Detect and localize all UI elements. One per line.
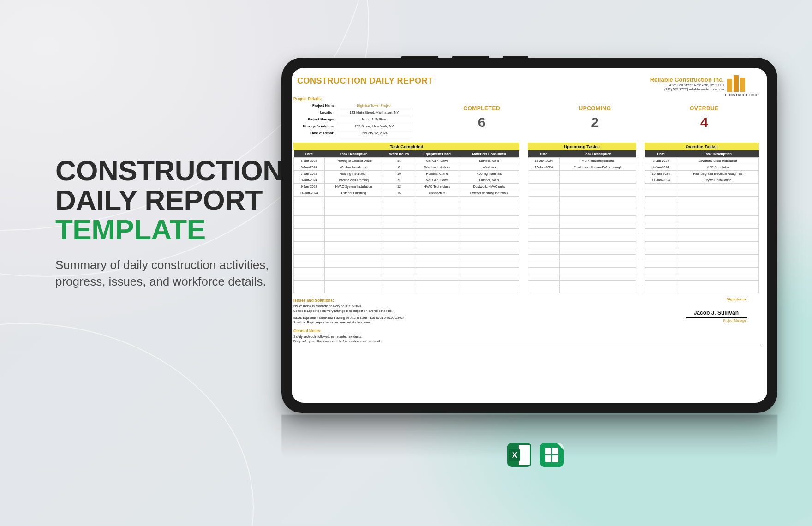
document-screen: CONSTRUCT CORP CONSTRUCTION DAILY REPORT… [292, 68, 767, 403]
signature-name: Jacob J. Sullivan [686, 310, 747, 318]
excel-icon[interactable]: X [508, 443, 531, 467]
svg-rect-1 [734, 75, 739, 92]
project-details-label: Project Details: [292, 96, 761, 102]
stat-upcoming: UPCOMING 2 [579, 105, 611, 137]
hero-title: CONSTRUCTION DAILY REPORT TEMPLATE [55, 156, 295, 245]
issues-section: Issues and Solutions: Issue: Delay in co… [293, 297, 547, 344]
upcoming-tasks-box: Upcoming Tasks: DateTask Description15-J… [528, 143, 636, 293]
format-icons: X [508, 443, 564, 467]
svg-rect-2 [740, 78, 745, 92]
signature-block: Signatures: Jacob J. Sullivan Project Ma… [566, 297, 756, 344]
tablet-frame: CONSTRUCT CORP CONSTRUCTION DAILY REPORT… [281, 58, 777, 413]
upcoming-tasks-table: DateTask Description15-Jan-2024MEP Final… [528, 150, 636, 293]
svg-rect-0 [727, 79, 732, 92]
task-completed-table: DateTask DescriptionWork HoursEquipment … [293, 150, 519, 293]
task-completed-box: Task Completed DateTask DescriptionWork … [293, 143, 519, 293]
document-title: CONSTRUCTION DAILY REPORT [297, 76, 433, 86]
overdue-tasks-box: Overdue Tasks: DateTask Description2-Jan… [645, 143, 759, 293]
project-details-table: Project NameHighrise Tower ProjectLocati… [293, 102, 411, 137]
stat-overdue: OVERDUE 4 [690, 105, 719, 137]
stats-row: COMPLETED 6 UPCOMING 2 OVERDUE 4 [424, 102, 761, 137]
stat-completed: COMPLETED 6 [463, 105, 500, 137]
overdue-tasks-table: DateTask Description2-Jan-2024Structural… [645, 150, 759, 293]
company-logo: CONSTRUCT CORP [725, 74, 760, 96]
hero-text: CONSTRUCTION DAILY REPORT TEMPLATE Summa… [55, 156, 295, 290]
hero-subtitle: Summary of daily construction activities… [55, 257, 295, 290]
building-icon [725, 74, 750, 92]
google-sheets-icon[interactable] [540, 443, 564, 467]
